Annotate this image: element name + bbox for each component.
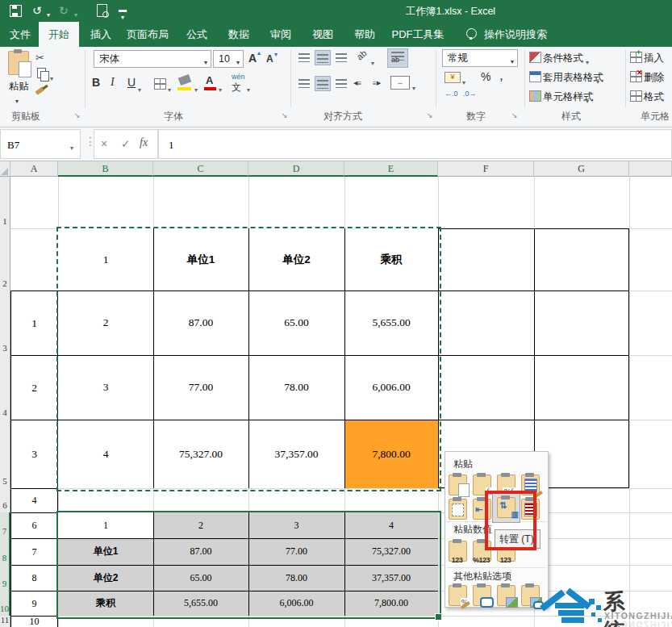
font-dialog-launcher-icon[interactable]: ↘ xyxy=(282,111,288,119)
bold-button[interactable]: B xyxy=(92,76,100,89)
paste-icon-linked-picture[interactable] xyxy=(521,585,540,606)
col-header-H-partial[interactable] xyxy=(629,161,672,177)
merge-center-icon[interactable]: ↔ xyxy=(390,76,410,90)
borders-dropdown-icon[interactable] xyxy=(168,81,171,95)
conditional-formatting-icon[interactable] xyxy=(529,52,541,63)
paste-icon-formatting[interactable]: % xyxy=(449,585,467,606)
row-header-1[interactable]: 1 xyxy=(0,177,10,228)
format-cells-button[interactable]: 格式 xyxy=(644,90,664,104)
tab-review[interactable]: 审阅 xyxy=(263,22,298,47)
merge-dropdown-icon[interactable] xyxy=(412,79,415,94)
format-as-table-icon[interactable] xyxy=(529,71,541,82)
accounting-dropdown-icon[interactable] xyxy=(462,73,465,88)
underline-button[interactable]: U xyxy=(127,76,136,89)
tab-page-layout[interactable]: 页面布局 xyxy=(121,22,174,47)
underline-dropdown-icon[interactable] xyxy=(138,81,141,95)
orientation-dropdown-icon[interactable] xyxy=(371,54,374,69)
insert-function-icon[interactable]: fx xyxy=(140,136,148,149)
row-header-9[interactable]: 9 xyxy=(0,565,10,591)
paste-icon-paste-link[interactable] xyxy=(473,585,491,606)
shrink-font-button[interactable]: A xyxy=(266,53,273,65)
decrease-decimal-icon[interactable]: .0→ xyxy=(463,90,477,98)
align-center-icon[interactable] xyxy=(315,76,331,91)
redo-icon[interactable]: ↻ xyxy=(59,4,69,17)
col-header-C[interactable]: C xyxy=(153,161,248,177)
cell-styles-icon[interactable] xyxy=(529,90,541,102)
cell-A11[interactable]: 10 xyxy=(11,617,57,627)
cell-A5[interactable]: 3 xyxy=(11,420,57,488)
cell-A8[interactable]: 7 xyxy=(11,539,57,565)
cell-A10[interactable]: 9 xyxy=(11,591,57,616)
insert-cells-button[interactable]: 插入 xyxy=(644,52,664,65)
row-header-4[interactable]: 4 xyxy=(0,355,10,420)
font-color-dropdown-icon[interactable] xyxy=(219,81,222,95)
conditional-formatting-button[interactable]: 条件格式 xyxy=(543,52,583,65)
tab-file[interactable]: 文件 xyxy=(5,22,35,47)
row-header-6[interactable]: 6 xyxy=(0,488,10,512)
tab-help[interactable]: 帮助 xyxy=(347,22,382,47)
alignment-dialog-launcher-icon[interactable]: ↘ xyxy=(427,111,433,119)
col-header-A[interactable]: A xyxy=(10,161,58,177)
col-header-D[interactable]: D xyxy=(248,161,344,177)
format-cells-icon[interactable] xyxy=(630,90,642,102)
paste-dropdown-icon[interactable] xyxy=(15,92,19,107)
paste-icon-default[interactable] xyxy=(449,474,467,495)
name-box[interactable]: B7 xyxy=(0,129,81,159)
orientation-icon[interactable]: ab xyxy=(355,48,369,61)
undo-icon[interactable]: ↺ xyxy=(32,4,42,17)
tab-home[interactable]: 开始 xyxy=(39,22,79,47)
row-header-7[interactable]: 7 xyxy=(0,512,10,538)
col-header-E[interactable]: E xyxy=(344,161,438,177)
cell-A6[interactable]: 4 xyxy=(11,489,57,512)
format-as-table-button[interactable]: 套用表格格式 xyxy=(543,71,603,85)
name-box-dropdown-icon[interactable] xyxy=(70,132,73,162)
increase-indent-icon[interactable]: ≡▸ xyxy=(373,77,381,88)
comma-style-button[interactable]: , xyxy=(499,68,503,84)
align-right-icon[interactable] xyxy=(336,79,347,88)
cut-icon[interactable] xyxy=(35,50,44,65)
paste-icon[interactable] xyxy=(8,51,29,75)
clipboard-dialog-launcher-icon[interactable]: ↘ xyxy=(74,111,81,119)
row-header-11[interactable]: 11 xyxy=(0,616,10,627)
fill-color-icon[interactable] xyxy=(178,74,192,86)
font-name-box[interactable]: 宋体 xyxy=(94,50,211,68)
tab-view[interactable]: 视图 xyxy=(305,22,340,47)
undo-dropdown-icon[interactable] xyxy=(47,6,50,22)
row-header-3[interactable]: 3 xyxy=(0,291,10,355)
tab-data[interactable]: 数据 xyxy=(221,22,257,47)
copy-icon[interactable] xyxy=(37,68,46,78)
font-size-box[interactable]: 10 xyxy=(213,50,244,68)
phonetic-dropdown-icon[interactable] xyxy=(247,81,250,95)
accounting-format-icon[interactable]: ¥ xyxy=(445,72,461,83)
number-format-box[interactable]: 常规 xyxy=(442,49,518,67)
wrap-text-button[interactable]: ab xyxy=(387,48,408,68)
select-all-corner[interactable] xyxy=(0,161,10,177)
paste-icon-no-borders[interactable] xyxy=(449,499,467,520)
format-painter-icon[interactable] xyxy=(35,86,45,94)
paste-icon-values[interactable]: 123 xyxy=(449,541,467,562)
formula-input[interactable]: 1 xyxy=(158,129,672,159)
col-header-F[interactable]: F xyxy=(438,161,534,177)
paste-button[interactable]: 粘贴 xyxy=(9,80,29,94)
paste-icon-picture[interactable] xyxy=(497,585,515,606)
number-dialog-launcher-icon[interactable]: ↘ xyxy=(511,111,518,119)
row-header-8[interactable]: 8 xyxy=(0,538,10,565)
row-header-5[interactable]: 5 xyxy=(0,420,10,488)
align-left-icon[interactable] xyxy=(298,79,310,88)
phonetic-guide-icon[interactable]: wén xyxy=(232,73,245,81)
increase-decimal-icon[interactable]: ←.0 xyxy=(445,90,458,98)
borders-icon[interactable] xyxy=(154,78,166,90)
align-middle-icon[interactable] xyxy=(315,50,331,65)
cell-A7[interactable]: 6 xyxy=(11,513,57,538)
save-icon[interactable] xyxy=(10,5,22,17)
percent-style-button[interactable]: % xyxy=(481,70,490,83)
decrease-indent-icon[interactable]: ◂≡ xyxy=(353,77,361,88)
empty-bordered-range[interactable] xyxy=(438,228,629,488)
italic-button[interactable]: I xyxy=(111,76,115,89)
col-header-G[interactable]: G xyxy=(534,161,629,177)
row-header-10[interactable]: 10 xyxy=(0,591,10,616)
enter-icon[interactable]: ✓ xyxy=(121,137,131,150)
align-bottom-icon[interactable] xyxy=(336,53,347,62)
col-header-B[interactable]: B xyxy=(58,161,153,177)
tab-formulas[interactable]: 公式 xyxy=(179,22,215,47)
